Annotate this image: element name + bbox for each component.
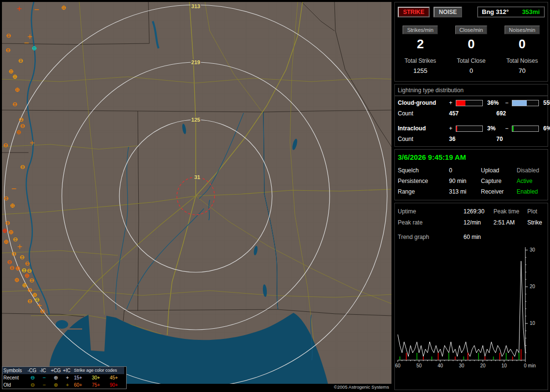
total-noises-value: 70 — [497, 67, 548, 74]
peak-rate-label: Peak rate — [398, 219, 463, 226]
trend-x-label: 20 — [480, 363, 486, 368]
total-noises-label: Total Noises — [497, 57, 548, 64]
strike-legend: Symbols-CG-IC+CG+ICStrike age color code… — [2, 366, 127, 389]
close-per-min-value: 0 — [446, 37, 496, 52]
legend-symbol-old-1: − — [39, 381, 50, 389]
legend-col--CG: -CG — [27, 367, 39, 374]
trend-graph-value: 60 min — [463, 234, 545, 240]
legend-age-60+: 60+ — [73, 381, 91, 389]
capture-status: Active — [517, 178, 545, 184]
cloud-ground-pos-count: 457 — [449, 110, 496, 117]
uptime-label: Uptime — [398, 208, 463, 215]
legend-row-recent: Recent — [2, 374, 27, 381]
noise-button[interactable]: NOISE — [434, 7, 462, 17]
trend-y-label: 10 — [530, 321, 536, 326]
rate-col-close: Close/min 0 Total Close 0 — [446, 25, 496, 74]
cloud-ground-label: Cloud-ground — [398, 99, 449, 106]
distribution-title: Lightning type distribution — [395, 84, 548, 96]
uptime-value: 1269:30 — [463, 208, 493, 215]
capture-label: Capture — [481, 178, 517, 184]
strikes-per-min-box[interactable]: Strikes/min — [403, 26, 437, 34]
trend-x-label: 10 — [501, 363, 507, 368]
upload-label: Upload — [481, 167, 517, 174]
rate-col-noises: Noises/min 0 Total Noises 70 — [497, 25, 548, 74]
bearing-display: Bng 312° 353mi — [477, 6, 545, 17]
intracloud-pos-bar — [456, 126, 483, 132]
legend-age-90+: 90+ — [109, 381, 124, 389]
neg-sign: − — [505, 125, 512, 132]
squelch-label: Squelch — [398, 167, 449, 174]
app-window: 313 219 125 31 ©2005 Astrogenic Systems … — [0, 0, 550, 392]
trend-section: Uptime 1269:30 Peak time Plot Peak rate … — [394, 203, 548, 390]
button-row: STRIKE NOISE Bng 312° 353mi — [395, 2, 548, 17]
legend-symbol-recent-3: + — [62, 374, 73, 381]
barrier-island — [68, 328, 82, 330]
info-grid: Uptime 1269:30 Peak time Plot Peak rate … — [395, 203, 548, 226]
side-panel: STRIKE NOISE Bng 312° 353mi Strikes/min … — [394, 2, 548, 390]
intracloud-pos-pct: 3% — [485, 125, 505, 132]
rates-row: Strikes/min 2 Total Strikes 1255 Close/m… — [395, 25, 548, 81]
cloud-ground-pos-pct: 36% — [485, 99, 505, 106]
legend-age-75+: 75+ — [91, 381, 109, 389]
range-label: Range — [398, 188, 449, 195]
total-close-value: 0 — [446, 67, 496, 74]
intracloud-neg-pct: 6% — [541, 125, 550, 132]
ring-label-219: 219 — [191, 59, 200, 65]
neg-sign: − — [505, 99, 512, 106]
legend-symbol-old-0: ⊖ — [27, 381, 39, 389]
receiver-status: Enabled — [517, 188, 545, 195]
strike-button[interactable]: STRIKE — [398, 7, 430, 17]
legend-symbol-old-2: ⊕ — [50, 381, 62, 389]
trend-strike-series — [398, 261, 525, 357]
trend-y-label: 30 — [530, 247, 536, 252]
cloud-ground-pos-bar — [456, 100, 483, 106]
legend-symbol-recent-2: ⊕ — [50, 374, 62, 381]
close-per-min-box[interactable]: Close/min — [455, 26, 488, 34]
rates-section: STRIKE NOISE Bng 312° 353mi Strikes/min … — [394, 2, 548, 82]
plot-value: Strike — [527, 219, 545, 226]
map-area: 313 219 125 31 ©2005 Astrogenic Systems … — [2, 2, 391, 390]
cloud-ground-neg-count: 692 — [496, 110, 548, 117]
trend-graph: 1020306050403020100 min — [395, 244, 548, 374]
cloud-ground-neg-pct: 55% — [541, 99, 550, 106]
pos-sign: + — [449, 99, 456, 106]
legend-age-15+: 15+ — [73, 374, 91, 381]
intracloud-label: Intracloud — [398, 125, 449, 132]
legend-row-old: Old — [2, 381, 27, 389]
settings-grid: Squelch 0 Upload Disabled Persistence 90… — [395, 167, 548, 200]
legend-age-header: Strike age color codes — [73, 367, 124, 374]
map-canvas[interactable]: 313 219 125 31 — [2, 2, 391, 390]
legend-col-+CG: +CG — [50, 367, 62, 374]
trend-x-label: 40 — [437, 363, 443, 368]
noises-per-min-box[interactable]: Noises/min — [505, 26, 539, 34]
total-close-label: Total Close — [446, 57, 496, 64]
trend-x-label: 60 — [395, 363, 401, 368]
peak-time-value: 2:51 AM — [493, 219, 527, 226]
count-label: Count — [398, 110, 449, 117]
trend-x-label: 30 — [459, 363, 464, 368]
upload-status: Disabled — [517, 167, 545, 174]
datetime: 3/6/2026 9:45:19 AM — [395, 150, 548, 161]
trend-label-row: Trend graph 60 min — [395, 226, 548, 240]
peak-rate-value: 12/min — [463, 219, 493, 226]
noises-per-min-value: 0 — [497, 37, 548, 52]
legend-symbol-old-3: + — [62, 381, 73, 389]
legend-symbols-header: Symbols — [2, 367, 27, 374]
cloud-ground-neg-bar — [512, 100, 539, 106]
dist-row-intracloud: Intracloud + 3% − 6% — [395, 122, 548, 133]
intracloud-neg-count: 70 — [496, 136, 548, 142]
legend-symbol-recent-1: − — [39, 374, 50, 381]
intracloud-pos-count: 36 — [449, 136, 496, 142]
plot-label: Plot — [527, 208, 545, 215]
legend-grid: Symbols-CG-IC+CG+ICStrike age color code… — [2, 367, 126, 389]
count-label: Count — [398, 136, 449, 142]
distribution-section: Lightning type distribution Cloud-ground… — [394, 84, 548, 147]
ring-label-125: 125 — [191, 117, 200, 123]
persistence-value: 90 min — [449, 178, 481, 184]
legend-symbol-recent-0: ⊖ — [27, 374, 39, 381]
legend-col--IC: -IC — [39, 367, 50, 374]
ring-label-31: 31 — [194, 174, 200, 180]
trend-x-label: 50 — [416, 363, 422, 368]
total-strikes-value: 1255 — [395, 67, 446, 74]
trend-x-label: 0 min — [524, 363, 536, 368]
